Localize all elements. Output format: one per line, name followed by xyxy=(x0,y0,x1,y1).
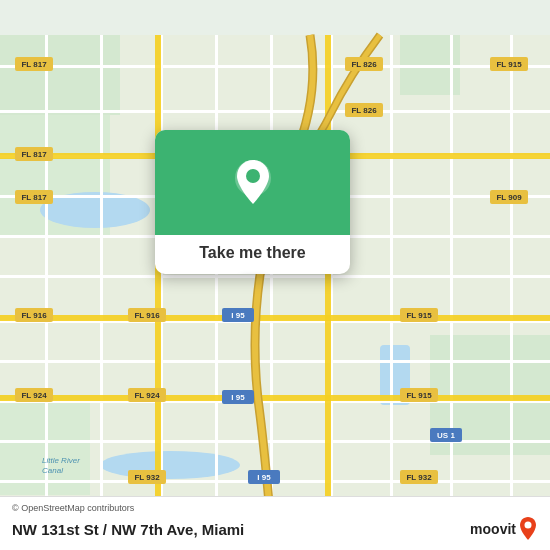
popup-text-area[interactable]: Take me there xyxy=(155,235,350,274)
svg-text:FL 817: FL 817 xyxy=(21,193,47,202)
svg-rect-14 xyxy=(0,275,550,278)
svg-rect-28 xyxy=(510,35,513,515)
svg-rect-16 xyxy=(0,360,550,363)
svg-text:FL 932: FL 932 xyxy=(406,473,432,482)
svg-rect-27 xyxy=(450,35,453,515)
svg-text:I 95: I 95 xyxy=(231,393,245,402)
svg-text:FL 817: FL 817 xyxy=(21,60,47,69)
svg-text:Canal: Canal xyxy=(42,466,63,475)
svg-rect-18 xyxy=(0,440,550,443)
svg-rect-21 xyxy=(100,35,103,515)
svg-text:FL 916: FL 916 xyxy=(21,311,47,320)
take-me-there-label[interactable]: Take me there xyxy=(169,243,336,264)
svg-text:FL 909: FL 909 xyxy=(496,193,522,202)
popup-card: Take me there xyxy=(155,130,350,274)
svg-text:US 1: US 1 xyxy=(437,431,455,440)
svg-text:FL 817: FL 817 xyxy=(21,150,47,159)
bottom-bar: © OpenStreetMap contributors NW 131st St… xyxy=(0,496,550,550)
svg-point-76 xyxy=(525,522,532,529)
location-info: NW 131st St / NW 7th Ave, Miami moovit xyxy=(12,516,538,542)
svg-point-75 xyxy=(246,169,260,183)
svg-text:FL 916: FL 916 xyxy=(134,311,160,320)
svg-rect-26 xyxy=(390,35,393,515)
svg-rect-30 xyxy=(0,315,550,321)
svg-text:FL 924: FL 924 xyxy=(134,391,160,400)
svg-rect-23 xyxy=(215,35,218,515)
location-name: NW 131st St / NW 7th Ave, Miami xyxy=(12,521,244,538)
svg-rect-10 xyxy=(0,110,550,113)
svg-text:FL 826: FL 826 xyxy=(351,106,377,115)
copyright-text: © OpenStreetMap contributors xyxy=(12,503,538,513)
moovit-pin-icon xyxy=(518,516,538,542)
svg-point-7 xyxy=(100,451,240,479)
svg-text:FL 915: FL 915 xyxy=(496,60,522,69)
svg-text:FL 826: FL 826 xyxy=(351,60,377,69)
svg-text:FL 915: FL 915 xyxy=(406,391,432,400)
svg-text:I 95: I 95 xyxy=(257,473,271,482)
moovit-logo: moovit xyxy=(470,516,538,542)
popup-green-background xyxy=(155,130,350,235)
svg-rect-32 xyxy=(155,35,161,515)
svg-rect-9 xyxy=(0,65,550,68)
svg-text:Little River: Little River xyxy=(42,456,80,465)
svg-text:FL 915: FL 915 xyxy=(406,311,432,320)
svg-text:FL 932: FL 932 xyxy=(134,473,160,482)
map-container[interactable]: FL 817 FL 826 FL 915 FL 817 FL 826 FL 81… xyxy=(0,0,550,550)
moovit-text: moovit xyxy=(470,521,516,537)
svg-text:I 95: I 95 xyxy=(231,311,245,320)
svg-rect-31 xyxy=(0,395,550,401)
location-pin-icon xyxy=(231,156,275,210)
svg-text:FL 924: FL 924 xyxy=(21,391,47,400)
svg-rect-24 xyxy=(270,35,273,515)
svg-rect-20 xyxy=(45,35,48,515)
